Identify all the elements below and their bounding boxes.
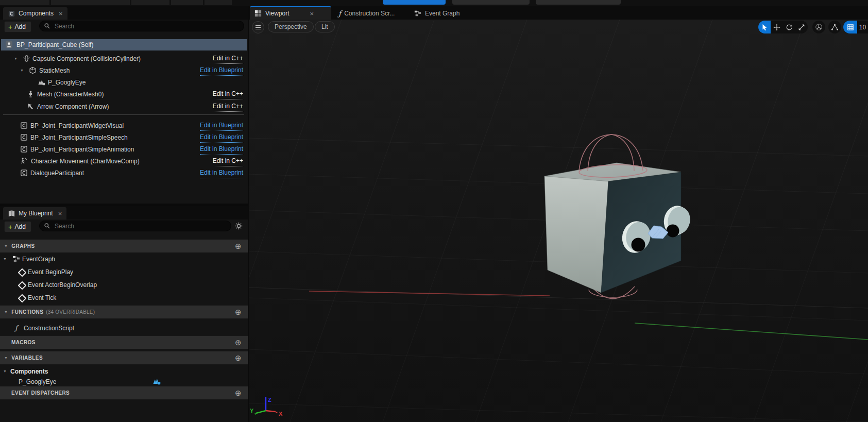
compile-button-partial[interactable]: [383, 0, 446, 5]
move-icon: [773, 24, 780, 31]
select-tool-button[interactable]: [758, 21, 771, 33]
unreal-blueprint-editor: Components × + Add BP_Pariticipant_Cube …: [0, 0, 868, 422]
static-mesh-icon: [29, 66, 37, 74]
myblueprint-search[interactable]: [39, 221, 231, 231]
expander-icon[interactable]: ▼: [3, 366, 7, 377]
add-macro-icon[interactable]: ⊕: [235, 339, 242, 346]
edit-in-cpp-link[interactable]: Edit in C++: [213, 54, 243, 64]
viewport-scene: Z Y X: [249, 20, 868, 422]
macros-header-label: MACROS: [11, 340, 36, 345]
tab-components[interactable]: Components ×: [3, 7, 67, 20]
close-icon[interactable]: ×: [58, 210, 62, 217]
components-tabbar: Components ×: [0, 6, 248, 20]
event-dispatchers-header-label: EVENT DISPATCHERS: [11, 390, 70, 396]
viewport-3d-canvas[interactable]: Z Y X: [249, 20, 868, 422]
component-row-dialogueparticipant[interactable]: DialogueParticipant Edit in Blueprint: [0, 167, 248, 179]
variable-category-components[interactable]: ▼ Components: [0, 366, 248, 377]
edit-in-blueprint-link[interactable]: Edit in Blueprint: [200, 121, 243, 131]
edit-in-cpp-link[interactable]: Edit in C++: [213, 89, 243, 99]
close-icon[interactable]: ×: [59, 10, 63, 17]
add-graph-icon[interactable]: ⊕: [235, 242, 242, 250]
collapse-arrow-icon[interactable]: ▼: [4, 356, 8, 360]
event-row-tick[interactable]: Event Tick: [0, 292, 248, 303]
component-row-simpleanimation[interactable]: BP_Joint_ParticipantSimpleAnimation Edit…: [0, 144, 248, 155]
components-add-button[interactable]: + Add: [4, 21, 31, 32]
tab-my-blueprint-label: My Blueprint: [19, 210, 53, 217]
scale-tool-button[interactable]: [795, 21, 808, 33]
function-row-constructionscript[interactable]: ƒ ConstructionScript: [0, 323, 248, 334]
plus-icon: +: [8, 224, 12, 230]
move-tool-button[interactable]: [771, 21, 783, 33]
component-row-googlyeye[interactable]: P_GooglyEye: [0, 77, 248, 88]
lit-button[interactable]: Lit: [315, 21, 335, 32]
add-event-dispatcher-icon[interactable]: ⊕: [235, 389, 242, 397]
components-search[interactable]: [39, 21, 244, 31]
edit-in-blueprint-link[interactable]: Edit in Blueprint: [200, 65, 243, 76]
edit-in-cpp-link[interactable]: Edit in C++: [213, 156, 243, 166]
component-label: StaticMesh: [39, 65, 70, 76]
tab-my-blueprint[interactable]: My Blueprint ×: [3, 207, 66, 220]
section-variables[interactable]: ▼ VARIABLES ⊕: [0, 351, 248, 365]
grid-snap-toggle-button[interactable]: [843, 21, 857, 33]
my-blueprint-tab-icon: [8, 210, 15, 217]
component-row-charmove[interactable]: Character Movement (CharMoveComp) Edit i…: [0, 156, 248, 167]
component-row-arrow[interactable]: Arrow Component (Arrow) Edit in C++: [0, 101, 248, 112]
gear-icon[interactable]: [234, 222, 243, 232]
component-label: BP_Joint_ParticipantSimpleAnimation: [30, 144, 134, 155]
components-search-input[interactable]: [54, 22, 240, 30]
component-row-self[interactable]: BP_Pariticipant_Cube (Self): [0, 39, 248, 50]
expander-icon[interactable]: ▼: [3, 254, 7, 265]
toolbar-segment: [51, 0, 130, 5]
add-function-icon[interactable]: ⊕: [235, 308, 242, 316]
event-row-actorbeginoverlap[interactable]: Event ActorBeginOverlap: [0, 279, 248, 291]
world-local-toggle-button[interactable]: [812, 21, 825, 33]
section-event-dispatchers[interactable]: EVENT DISPATCHERS ⊕: [0, 386, 248, 400]
component-row-mesh[interactable]: Mesh (CharacterMesh0) Edit in C++: [0, 89, 248, 100]
graph-row-eventgraph[interactable]: ▼ EventGraph: [0, 254, 248, 265]
tab-construction-script[interactable]: ƒ Construction Scr...: [334, 7, 399, 20]
event-row-beginplay[interactable]: Event BeginPlay: [0, 266, 248, 278]
person-icon: [5, 41, 13, 48]
component-row-simplespeech[interactable]: BP_Joint_ParticipantSimpleSpeech Edit in…: [0, 132, 248, 143]
variables-header-label: VARIABLES: [11, 355, 43, 361]
snap-settings-button[interactable]: [828, 21, 841, 33]
section-functions[interactable]: ▼ FUNCTIONS (34 OVERRIDABLE) ⊕: [0, 305, 248, 319]
collapse-arrow-icon[interactable]: ▼: [4, 310, 8, 314]
edit-in-cpp-link[interactable]: Edit in C++: [213, 102, 243, 112]
viewport-options-button[interactable]: [252, 21, 264, 33]
section-graphs[interactable]: ▼ GRAPHS ⊕: [0, 239, 248, 253]
toolbar-button-partial[interactable]: [536, 0, 621, 5]
function-icon: ƒ: [338, 10, 341, 17]
particle-system-icon: [38, 78, 45, 86]
component-row-staticmesh[interactable]: ▼ StaticMesh Edit in Blueprint: [0, 65, 248, 76]
component-row-capsule[interactable]: ▼ Capsule Component (CollisionCylinder) …: [0, 53, 248, 64]
expander-icon[interactable]: ▼: [20, 65, 24, 76]
transform-tools-group: [758, 21, 808, 33]
gizmo-z-label: Z: [268, 397, 271, 403]
section-macros[interactable]: MACROS ⊕: [0, 335, 248, 349]
collapse-arrow-icon[interactable]: ▼: [4, 244, 8, 248]
component-label: BP_Joint_ParticipantWidgetVisual: [30, 120, 124, 131]
perspective-button[interactable]: Perspective: [268, 21, 314, 32]
component-row-widgetvisual[interactable]: BP_Joint_ParticipantWidgetVisual Edit in…: [0, 120, 248, 131]
add-variable-icon[interactable]: ⊕: [235, 354, 242, 362]
edit-in-blueprint-link[interactable]: Edit in Blueprint: [200, 168, 243, 178]
tab-viewport[interactable]: Viewport ×: [250, 6, 331, 20]
tab-event-graph[interactable]: Event Graph: [410, 7, 464, 20]
event-icon: [18, 281, 27, 290]
close-icon[interactable]: ×: [310, 10, 314, 17]
lit-label: Lit: [321, 23, 328, 30]
edit-in-blueprint-link[interactable]: Edit in Blueprint: [200, 132, 243, 143]
component-label: Character Movement (CharMoveComp): [31, 156, 140, 167]
grid-snap-value[interactable]: 10: [857, 21, 868, 33]
tab-viewport-label: Viewport: [265, 10, 289, 17]
rotate-tool-button[interactable]: [783, 21, 795, 33]
component-label: DialogueParticipant: [30, 167, 84, 179]
component-label: P_GooglyEye: [48, 77, 86, 88]
grid-major-line: [249, 288, 868, 308]
myblueprint-add-button[interactable]: + Add: [4, 221, 31, 232]
toolbar-button-partial[interactable]: [452, 0, 530, 5]
edit-in-blueprint-link[interactable]: Edit in Blueprint: [200, 144, 243, 155]
expander-icon[interactable]: ▼: [14, 53, 18, 64]
myblueprint-search-input[interactable]: [54, 222, 227, 230]
